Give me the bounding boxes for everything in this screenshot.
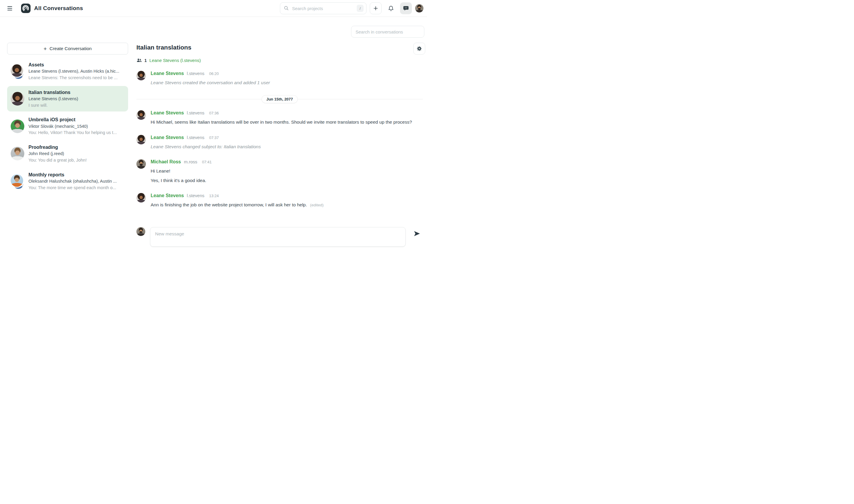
avatar <box>11 120 24 133</box>
bell-icon <box>388 5 394 12</box>
avatar-stack <box>11 64 24 78</box>
settings-button[interactable] <box>413 43 425 55</box>
sidebar-item-italian-translations[interactable]: Italian translations Leane Stevens (l.st… <box>7 86 128 112</box>
message-username: m.ross <box>184 159 197 164</box>
conversation-list: Assets Leane Stevens (l.stevens), Austin… <box>7 58 128 194</box>
conversation-members: Leane Stevens (l.stevens), Austin Hicks … <box>29 68 125 75</box>
avatar <box>11 92 24 106</box>
conversations-sidebar: + Create Conversation Assets Leane Steve… <box>7 43 128 196</box>
conversation-preview: You: Hello, Viktor! Thank You for helpin… <box>29 129 125 136</box>
date-pill: Jun 15th, 2077 <box>262 95 298 103</box>
message-author[interactable]: Leane Stevens <box>150 71 184 76</box>
conversation-preview: You: The more time we spend each month o… <box>29 185 125 191</box>
message-time: 06:20 <box>209 71 219 76</box>
conversation-members: Leane Stevens (l.stevens) <box>29 96 125 102</box>
message-list: Leane Stevens l.stevens 06:20 Leane Stev… <box>137 71 423 209</box>
message: Leane Stevens l.stevens 07:37 Leane Stev… <box>137 135 423 150</box>
search-icon <box>284 5 289 11</box>
create-conversation-button[interactable]: + Create Conversation <box>7 43 128 55</box>
avatar <box>11 174 23 187</box>
sidebar-item-monthly-reports[interactable]: Monthly reports Oleksandr Halushchak (oh… <box>7 168 128 194</box>
message-time: 07:36 <box>209 111 219 115</box>
chat-panel: Italian translations 1 Le <box>137 41 426 252</box>
gear-icon <box>416 46 422 52</box>
create-conversation-label: Create Conversation <box>50 46 92 51</box>
avatar <box>137 135 146 144</box>
sidebar-item-umbrella-ios-project[interactable]: Umbrella iOS project Viktor Slovák (mech… <box>7 113 128 139</box>
conversation-preview: Leane Stevens: The screenshots need to b… <box>29 75 125 81</box>
send-button[interactable] <box>413 230 421 238</box>
avatar <box>137 110 146 120</box>
conversation-search-input[interactable] <box>351 26 424 38</box>
chat-title: Italian translations <box>137 41 426 51</box>
message-text: Leane Stevens changed subject to: Italia… <box>150 144 423 150</box>
message: Leane Stevens l.stevens 06:20 Leane Stev… <box>137 71 423 86</box>
app-logo-icon <box>21 3 31 13</box>
message: Leane Stevens l.stevens 13:24 Ann is fin… <box>137 193 423 208</box>
message-time: 13:24 <box>209 194 219 198</box>
message-username: l.stevens <box>187 110 204 115</box>
avatar <box>137 193 146 202</box>
conversations-icon <box>403 5 409 12</box>
page-title: All Conversations <box>34 5 83 12</box>
plus-icon: + <box>43 46 47 52</box>
avatar <box>137 159 146 169</box>
message-composer <box>137 227 426 247</box>
conversation-members: Oleksandr Halushchak (ohalushcha), Austi… <box>29 178 125 185</box>
user-avatar[interactable] <box>415 4 424 13</box>
sidebar-item-proofreading[interactable]: Proofreading John Reed (j.reed) You: You… <box>7 141 128 167</box>
edited-badge: (edited) <box>310 203 324 207</box>
message-text: Ann is finishing the job on the website … <box>150 202 423 208</box>
message-time: 07:37 <box>209 136 219 140</box>
new-message-input[interactable] <box>150 227 406 247</box>
avatar <box>137 71 146 80</box>
conversation-title: Umbrella iOS project <box>29 116 125 123</box>
message-author[interactable]: Michael Ross <box>150 159 181 164</box>
search-shortcut-badge: / <box>357 5 363 12</box>
app-window: All Conversations / <box>0 0 427 252</box>
conversation-members: Viktor Slovák (mechanic_1540) <box>29 123 125 130</box>
message: Michael Ross m.ross 07:41 Hi Leane! Yes,… <box>137 159 423 184</box>
message-text: Hi Leane! <box>150 168 423 174</box>
message-text: Yes, I think it's a good idea. <box>150 177 423 184</box>
add-icon <box>373 5 379 11</box>
conversation-preview: You: You did a great job, John! <box>29 157 125 164</box>
conversation-title: Proofreading <box>29 144 125 150</box>
send-icon <box>413 230 421 237</box>
search-projects: / <box>280 2 367 14</box>
participants-row: 1 Leane Stevens (l.stevens) <box>137 57 426 63</box>
avatar-stack <box>11 174 24 188</box>
message-time: 07:41 <box>202 160 212 164</box>
add-button[interactable] <box>370 2 381 14</box>
sidebar-item-assets[interactable]: Assets Leane Stevens (l.stevens), Austin… <box>7 58 128 84</box>
conversation-title: Monthly reports <box>29 172 125 178</box>
conversation-preview: I sure will. <box>29 102 125 109</box>
menu-icon[interactable] <box>7 4 15 12</box>
message: Leane Stevens l.stevens 07:36 Hi Michael… <box>137 110 423 125</box>
avatar <box>137 227 145 236</box>
conversation-search <box>351 26 424 38</box>
participants-count: 1 <box>144 58 147 63</box>
message-author[interactable]: Leane Stevens <box>150 135 184 140</box>
message-username: l.stevens <box>187 193 204 198</box>
message-text: Hi Michael, seems like Italian translati… <box>150 119 423 125</box>
people-icon <box>137 57 142 63</box>
message-username: l.stevens <box>187 135 204 140</box>
conversation-members: John Reed (j.reed) <box>29 150 125 157</box>
conversation-title: Italian translations <box>29 89 125 96</box>
search-projects-input[interactable] <box>280 2 367 14</box>
conversations-button[interactable] <box>400 2 412 14</box>
message-username: l.stevens <box>187 71 204 76</box>
avatar <box>11 147 24 160</box>
message-text: Leane Stevens created the conversation a… <box>150 79 423 86</box>
message-author[interactable]: Leane Stevens <box>150 193 184 198</box>
participants-link[interactable]: Leane Stevens (l.stevens) <box>149 58 201 63</box>
top-bar-actions: / <box>280 2 424 14</box>
date-divider: Jun 15th, 2077 <box>137 95 423 103</box>
message-author[interactable]: Leane Stevens <box>150 110 184 115</box>
notifications-button[interactable] <box>385 2 397 14</box>
top-bar: All Conversations / <box>0 0 427 17</box>
conversation-title: Assets <box>29 61 125 68</box>
